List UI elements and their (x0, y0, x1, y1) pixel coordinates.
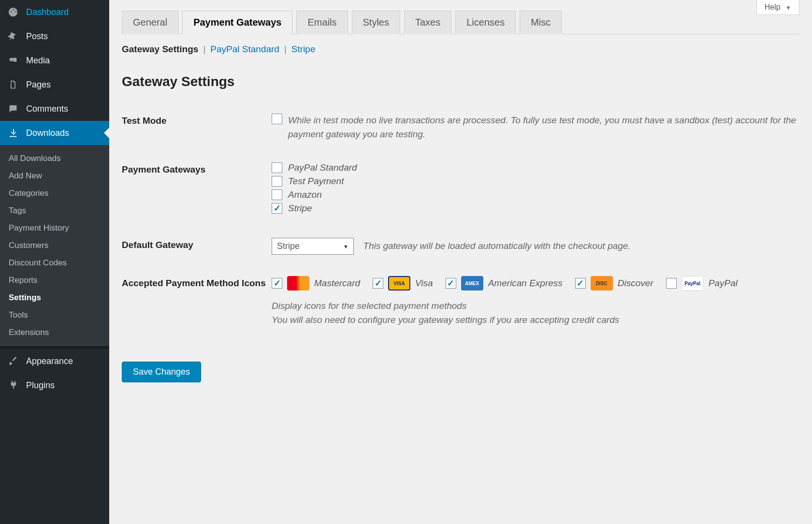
submenu-all-downloads[interactable]: All Downloads (0, 150, 109, 167)
checkbox-gateway-paypal[interactable] (272, 162, 282, 173)
download-icon (7, 127, 19, 139)
menu-label: Posts (26, 31, 48, 42)
menu-dashboard[interactable]: Dashboard (0, 0, 109, 24)
content-area: Help ▼ General Payment Gateways Emails S… (109, 0, 812, 524)
tab-misc[interactable]: Misc (520, 11, 562, 34)
pages-icon (7, 78, 19, 91)
submenu-extensions[interactable]: Extensions (0, 324, 109, 341)
submenu-payment-history[interactable]: Payment History (0, 219, 109, 237)
gateway-label: Amazon (288, 189, 322, 200)
subtab-stripe[interactable]: Stripe (291, 44, 316, 55)
discover-icon: DISC (591, 276, 613, 291)
tab-emails[interactable]: Emails (296, 11, 348, 34)
page-title: Gateway Settings (122, 74, 799, 89)
icon-label: Mastercard (314, 278, 360, 289)
submenu-customers[interactable]: Customers (0, 237, 109, 254)
subtab-nav: Gateway Settings | PayPal Standard | Str… (122, 44, 799, 55)
paypal-icon: PayPal (682, 276, 704, 291)
help-tab[interactable]: Help ▼ (756, 0, 799, 15)
submenu-downloads: All Downloads Add New Categories Tags Pa… (0, 145, 109, 346)
pin-icon (7, 30, 19, 43)
submenu-tools[interactable]: Tools (0, 306, 109, 324)
comment-icon (7, 102, 19, 115)
gateway-label: Test Payment (288, 176, 344, 187)
checkbox-icon-discover[interactable] (575, 278, 586, 289)
menu-plugins[interactable]: Plugins (0, 373, 109, 397)
menu-label: Dashboard (26, 7, 69, 17)
subtab-paypal-standard[interactable]: PayPal Standard (210, 44, 279, 55)
menu-label: Pages (26, 80, 51, 90)
tab-styles[interactable]: Styles (352, 11, 400, 34)
submenu-add-new[interactable]: Add New (0, 167, 109, 185)
desc-icons-1: Display icons for the selected payment m… (272, 299, 799, 313)
checkbox-gateway-stripe[interactable] (272, 203, 282, 214)
help-label: Help (765, 3, 781, 11)
tab-taxes[interactable]: Taxes (404, 11, 451, 34)
submenu-settings[interactable]: Settings (0, 289, 109, 306)
desc-icons-2: You will also need to configure your gat… (272, 313, 799, 327)
save-button[interactable]: Save Changes (122, 362, 201, 382)
menu-label: Downloads (26, 128, 69, 138)
select-default-gateway[interactable]: Stripe (272, 238, 354, 255)
admin-sidebar: Dashboard Posts Media Pages Comments Dow… (0, 0, 109, 524)
media-icon (7, 54, 19, 67)
submenu-categories[interactable]: Categories (0, 185, 109, 202)
checkbox-test-mode[interactable] (272, 114, 282, 124)
label-payment-gateways: Payment Gateways (122, 162, 272, 175)
checkbox-gateway-test[interactable] (272, 176, 282, 187)
label-test-mode: Test Mode (122, 114, 272, 126)
menu-label: Appearance (26, 356, 73, 366)
menu-appearance[interactable]: Appearance (0, 349, 109, 373)
menu-posts[interactable]: Posts (0, 24, 109, 48)
tab-general[interactable]: General (122, 11, 178, 34)
label-default-gateway: Default Gateway (122, 238, 272, 250)
checkbox-gateway-amazon[interactable] (272, 189, 282, 200)
checkbox-icon-amex[interactable] (446, 278, 456, 289)
checkbox-icon-visa[interactable] (373, 278, 383, 289)
chevron-down-icon: ▼ (785, 4, 791, 11)
checkbox-icon-mastercard[interactable] (272, 278, 282, 289)
mastercard-icon (287, 276, 309, 291)
dashboard-icon (7, 6, 19, 18)
submenu-discount-codes[interactable]: Discount Codes (0, 254, 109, 272)
menu-label: Comments (26, 104, 68, 114)
icon-label: Discover (618, 278, 653, 289)
tab-licenses[interactable]: Licenses (455, 11, 516, 34)
menu-label: Media (26, 56, 50, 66)
tab-payment-gateways[interactable]: Payment Gateways (182, 11, 292, 34)
icon-label: American Express (488, 278, 563, 289)
plug-icon (7, 379, 19, 392)
menu-comments[interactable]: Comments (0, 97, 109, 121)
checkbox-icon-paypal[interactable] (666, 278, 677, 289)
svg-rect-1 (13, 58, 16, 62)
label-payment-icons: Accepted Payment Method Icons (122, 276, 272, 289)
icon-label: Visa (415, 278, 433, 289)
submenu-reports[interactable]: Reports (0, 272, 109, 289)
icon-label: PayPal (709, 278, 738, 289)
visa-icon: VISA (388, 276, 410, 291)
desc-default-gateway: This gateway will be loaded automaticall… (363, 241, 630, 251)
menu-pages[interactable]: Pages (0, 73, 109, 97)
menu-media[interactable]: Media (0, 48, 109, 73)
submenu-tags[interactable]: Tags (0, 202, 109, 219)
settings-tabs: General Payment Gateways Emails Styles T… (122, 11, 799, 34)
desc-test-mode: While in test mode no live transactions … (288, 114, 799, 141)
svg-point-0 (10, 58, 13, 61)
gateway-label: PayPal Standard (288, 162, 357, 173)
subtab-gateway-settings[interactable]: Gateway Settings (122, 44, 198, 55)
brush-icon (7, 355, 19, 367)
amex-icon: AMEX (461, 276, 483, 291)
gateway-label: Stripe (288, 203, 312, 214)
menu-label: Plugins (26, 380, 55, 391)
menu-downloads[interactable]: Downloads (0, 121, 109, 145)
